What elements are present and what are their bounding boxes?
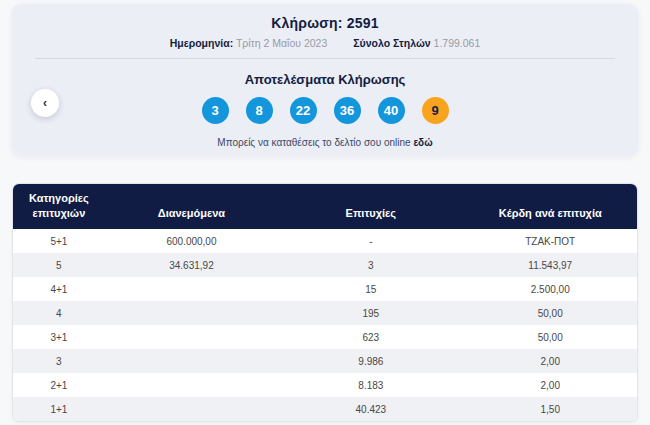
- cell-winners: 15: [278, 284, 463, 295]
- table-row: 2+1 8.183 2,00: [13, 373, 637, 397]
- cell-prize: 2.500,00: [464, 284, 637, 295]
- date-label: Ημερομηνία:: [170, 37, 233, 49]
- deposit-link[interactable]: εδώ: [413, 137, 432, 148]
- cell-winners: 195: [278, 308, 463, 319]
- draw-meta: Ημερομηνία: Τρίτη 2 Μαΐου 2023Σύνολο Στη…: [12, 37, 638, 49]
- columns-label: Σύνολο Στηλών: [353, 37, 430, 49]
- number-ball: 22: [290, 97, 317, 124]
- cell-category: 3: [13, 356, 105, 367]
- table-row: 3+1 623 50,00: [13, 325, 637, 349]
- cell-prize: ΤΖΑΚ-ΠΟΤ: [464, 236, 637, 247]
- draw-card: Κλήρωση: 2591 Ημερομηνία: Τρίτη 2 Μαΐου …: [12, 4, 638, 155]
- table-row: 1+1 40.423 1,50: [13, 397, 637, 421]
- total-columns: Σύνολο Στηλών 1.799.061: [353, 37, 480, 49]
- col-header-distributed: Διανεμόμενα: [105, 206, 278, 221]
- results-table: Κατηγορίες επιτυχιών Διανεμόμενα Επιτυχί…: [12, 183, 638, 422]
- cell-winners: 9.986: [278, 356, 463, 367]
- number-ball: 40: [378, 97, 405, 124]
- cell-category: 5+1: [13, 236, 105, 247]
- bonus-number-ball: 9: [422, 97, 449, 124]
- cell-prize: 11.543,97: [464, 260, 637, 271]
- deposit-text: Μπορείς να καταθέσεις το δελτίο σου onli…: [217, 137, 410, 148]
- col-header-categories: Κατηγορίες επιτυχιών: [13, 191, 105, 221]
- cell-winners: -: [278, 236, 463, 247]
- table-header-row: Κατηγορίες επιτυχιών Διανεμόμενα Επιτυχί…: [13, 184, 637, 229]
- cell-distributed: 34.631,92: [105, 260, 278, 271]
- cell-prize: 1,50: [464, 404, 637, 415]
- cell-winners: 623: [278, 332, 463, 343]
- table-body: 5+1 600.000,00 - ΤΖΑΚ-ΠΟΤ 5 34.631,92 3 …: [13, 229, 637, 421]
- cell-category: 4: [13, 308, 105, 319]
- header-divider: [35, 58, 615, 59]
- columns-value: 1.799.061: [434, 37, 481, 49]
- draw-header: Κλήρωση: 2591 Ημερομηνία: Τρίτη 2 Μαΐου …: [12, 4, 638, 49]
- col-header-prize: Κέρδη ανά επιτυχία: [464, 206, 637, 221]
- draw-title: Κλήρωση: 2591: [12, 15, 638, 31]
- cell-category: 5: [13, 260, 105, 271]
- cell-winners: 3: [278, 260, 463, 271]
- col-header-winners: Επιτυχίες: [278, 206, 463, 221]
- previous-draw-button[interactable]: ‹: [31, 89, 59, 117]
- cell-category: 1+1: [13, 404, 105, 415]
- cell-category: 3+1: [13, 332, 105, 343]
- cell-distributed: 600.000,00: [105, 236, 278, 247]
- table-row: 5+1 600.000,00 - ΤΖΑΚ-ΠΟΤ: [13, 229, 637, 253]
- number-ball: 3: [202, 97, 229, 124]
- cell-prize: 50,00: [464, 332, 637, 343]
- draw-date: Ημερομηνία: Τρίτη 2 Μαΐου 2023: [170, 37, 328, 49]
- cell-category: 2+1: [13, 380, 105, 391]
- number-ball: 8: [246, 97, 273, 124]
- cell-winners: 8.183: [278, 380, 463, 391]
- table-row: 4 195 50,00: [13, 301, 637, 325]
- winning-numbers: 3 8 22 36 40 9: [12, 97, 638, 124]
- table-row: 3 9.986 2,00: [13, 349, 637, 373]
- date-value: Τρίτη 2 Μαΐου 2023: [236, 37, 327, 49]
- results-title: Αποτελέσματα Κλήρωσης: [12, 72, 638, 87]
- chevron-left-icon: ‹: [43, 96, 47, 110]
- cell-prize: 2,00: [464, 380, 637, 391]
- cell-prize: 2,00: [464, 356, 637, 367]
- deposit-line: Μπορείς να καταθέσεις το δελτίο σου onli…: [12, 137, 638, 148]
- cell-winners: 40.423: [278, 404, 463, 415]
- cell-category: 4+1: [13, 284, 105, 295]
- table-row: 5 34.631,92 3 11.543,97: [13, 253, 637, 277]
- number-ball: 36: [334, 97, 361, 124]
- table-row: 4+1 15 2.500,00: [13, 277, 637, 301]
- cell-prize: 50,00: [464, 308, 637, 319]
